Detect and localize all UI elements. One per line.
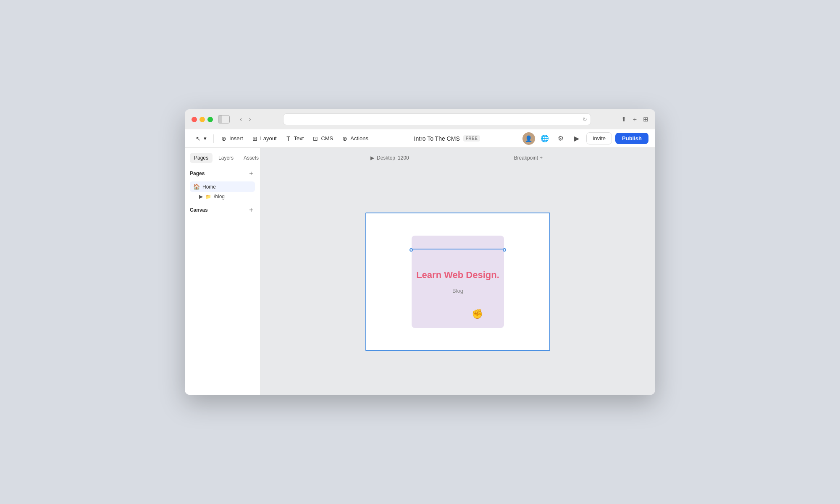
pages-section: Pages + 🏠 Home ▶ 📁 /blog bbox=[185, 168, 260, 201]
text-label: Text bbox=[294, 135, 304, 142]
canvas-content: Learn Web Design. Blog ✊ bbox=[260, 148, 655, 395]
app-toolbar: ↖ ▾ ⊕ Insert ⊞ Layout T Text ⊡ CMS ⊕ Act… bbox=[185, 129, 655, 148]
tab-layers[interactable]: Layers bbox=[214, 153, 238, 163]
insert-button[interactable]: ⊕ Insert bbox=[217, 133, 247, 144]
app-body: Pages Layers Assets Pages + 🏠 Home ▶ � bbox=[185, 148, 655, 395]
tab-assets[interactable]: Assets bbox=[239, 153, 263, 163]
add-page-button[interactable]: + bbox=[247, 170, 255, 177]
cms-label: CMS bbox=[321, 135, 333, 142]
layout-label: Layout bbox=[260, 135, 277, 142]
nav-forward-button[interactable]: › bbox=[247, 115, 252, 124]
select-tool-button[interactable]: ↖ ▾ bbox=[192, 133, 210, 144]
canvas-section-header: Canvas + bbox=[190, 205, 255, 215]
home-icon: 🏠 bbox=[193, 184, 200, 190]
breakpoint-controls: Breakpoint + bbox=[512, 154, 545, 162]
refresh-icon: ↻ bbox=[583, 116, 587, 123]
project-title: Intro To The CMS bbox=[414, 135, 460, 142]
left-sidebar: Pages Layers Assets Pages + 🏠 Home ▶ � bbox=[185, 148, 260, 395]
blog-folder-icon: 📁 bbox=[205, 194, 211, 200]
actions-button[interactable]: ⊕ Actions bbox=[338, 133, 372, 144]
browser-actions-right: ⬆ ＋ ⊞ bbox=[621, 116, 648, 123]
share-icon[interactable]: ⬆ bbox=[621, 116, 627, 123]
text-icon: T bbox=[285, 135, 292, 142]
pages-section-label: Pages bbox=[190, 171, 205, 176]
canvas-section-label: Canvas bbox=[190, 207, 208, 213]
design-card[interactable]: Learn Web Design. Blog ✊ bbox=[412, 236, 504, 328]
selection-bar bbox=[412, 249, 504, 249]
settings-button[interactable]: ⚙ bbox=[554, 132, 567, 145]
insert-label: Insert bbox=[229, 135, 243, 142]
cms-icon: ⊡ bbox=[312, 135, 319, 142]
layout-icon: ⊞ bbox=[252, 135, 258, 142]
sidebar-toggle-left bbox=[218, 116, 222, 123]
sidebar-tabs: Pages Layers Assets bbox=[185, 153, 260, 163]
viewport-bar: ▶ Desktop 1200 Breakpoint + bbox=[365, 151, 550, 165]
blog-page-label: /blog bbox=[214, 194, 225, 200]
address-bar[interactable]: ↻ bbox=[283, 113, 591, 125]
sidebar-toggle-right bbox=[222, 116, 229, 123]
invite-button[interactable]: Invite bbox=[586, 132, 612, 144]
grid-icon[interactable]: ⊞ bbox=[643, 116, 648, 123]
browser-nav-controls: ‹ › bbox=[238, 115, 253, 124]
new-tab-icon[interactable]: ＋ bbox=[632, 116, 638, 123]
browser-chrome: ‹ › ↻ ⬆ ＋ ⊞ bbox=[185, 109, 655, 129]
select-icon: ↖ bbox=[195, 135, 202, 142]
home-page-label: Home bbox=[202, 184, 216, 190]
design-card-subtitle: Blog bbox=[452, 288, 463, 294]
toolbar-right: 👤 🌐 ⚙ ▶ Invite Publish bbox=[522, 132, 648, 145]
publish-button[interactable]: Publish bbox=[615, 133, 648, 144]
sidebar-toggle-btn[interactable] bbox=[218, 115, 230, 123]
toolbar-title: Intro To The CMS FREE bbox=[373, 135, 521, 142]
breakpoint-button[interactable]: Breakpoint + bbox=[512, 154, 545, 162]
select-tool-chevron: ▾ bbox=[204, 135, 207, 142]
nav-back-button[interactable]: ‹ bbox=[238, 115, 244, 124]
cms-button[interactable]: ⊡ CMS bbox=[309, 133, 336, 144]
desktop-icon: ▶ bbox=[370, 155, 374, 161]
design-card-title: Learn Web Design. bbox=[416, 270, 499, 281]
text-button[interactable]: T Text bbox=[282, 133, 307, 144]
viewport-info: ▶ Desktop 1200 bbox=[370, 155, 409, 161]
canvas-section: Canvas + bbox=[185, 205, 260, 218]
pages-section-header: Pages + bbox=[190, 168, 255, 179]
actions-label: Actions bbox=[350, 135, 368, 142]
globe-button[interactable]: 🌐 bbox=[538, 132, 551, 145]
sidebar-item-blog[interactable]: ▶ 📁 /blog bbox=[190, 192, 255, 201]
browser-window: ‹ › ↻ ⬆ ＋ ⊞ ↖ ▾ ⊕ Insert bbox=[185, 109, 655, 395]
title-part2: Web Design. bbox=[444, 270, 499, 280]
preview-button[interactable]: ▶ bbox=[570, 132, 583, 145]
tab-pages[interactable]: Pages bbox=[190, 153, 213, 163]
hand-cursor: ✊ bbox=[472, 309, 483, 320]
toolbar-separator-1 bbox=[213, 134, 214, 143]
add-canvas-button[interactable]: + bbox=[247, 206, 255, 214]
user-avatar[interactable]: 👤 bbox=[522, 132, 535, 145]
page-frame[interactable]: Learn Web Design. Blog ✊ bbox=[365, 213, 550, 351]
traffic-light-green[interactable] bbox=[207, 117, 213, 122]
canvas-area[interactable]: ▶ Desktop 1200 Breakpoint + bbox=[260, 148, 655, 395]
traffic-light-red[interactable] bbox=[192, 117, 197, 122]
traffic-lights bbox=[192, 117, 213, 122]
viewport-width: 1200 bbox=[398, 155, 409, 161]
layout-button[interactable]: ⊞ Layout bbox=[248, 133, 280, 144]
breakpoint-add-icon: + bbox=[540, 155, 543, 161]
blog-expand-icon: ▶ bbox=[199, 194, 203, 200]
traffic-light-yellow[interactable] bbox=[200, 117, 205, 122]
viewport-label: Desktop bbox=[377, 155, 395, 161]
free-badge: FREE bbox=[463, 135, 480, 142]
browser-titlebar: ‹ › ↻ ⬆ ＋ ⊞ bbox=[192, 113, 648, 129]
breakpoint-label: Breakpoint bbox=[514, 155, 538, 161]
sidebar-item-home[interactable]: 🏠 Home bbox=[190, 181, 255, 192]
actions-icon: ⊕ bbox=[341, 135, 348, 142]
title-part1: Learn bbox=[416, 270, 444, 280]
insert-icon: ⊕ bbox=[220, 135, 227, 142]
